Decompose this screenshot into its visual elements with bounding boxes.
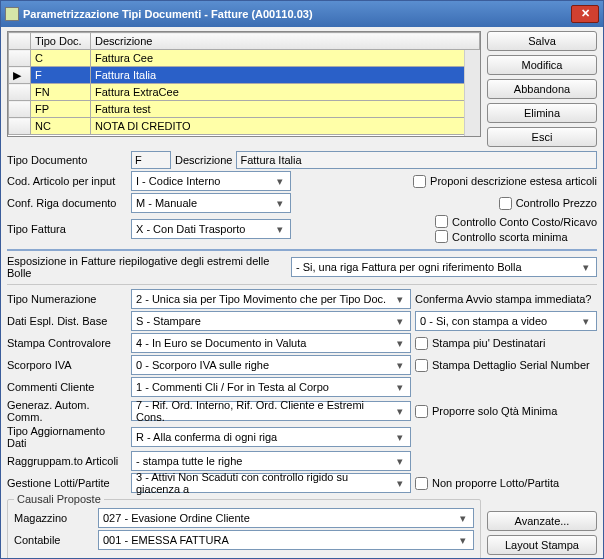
- cod-articolo-label: Cod. Articolo per input: [7, 175, 127, 187]
- raggr-combo[interactable]: - stampa tutte le righe▾: [131, 451, 411, 471]
- chevron-down-icon: ▾: [393, 477, 408, 490]
- stampa-dest-checkbox[interactable]: Stampa piu' Destinatari: [415, 337, 545, 350]
- tipo-numerazione-label: Tipo Numerazione: [7, 293, 127, 305]
- table-row[interactable]: FPFattura test: [9, 101, 480, 118]
- causali-group: Causali Proposte Magazzino 027 - Evasion…: [7, 499, 481, 558]
- stampa-cv-label: Stampa Controvalore: [7, 337, 127, 349]
- scorporo-combo[interactable]: 0 - Scorporo IVA sulle righe▾: [131, 355, 411, 375]
- esposizione-combo[interactable]: - Si, una riga Fattura per ogni riferime…: [291, 257, 597, 277]
- non-proporre-lotto-checkbox[interactable]: Non proporre Lotto/Partita: [415, 477, 559, 490]
- conf-riga-combo[interactable]: M - Manuale▾: [131, 193, 291, 213]
- tipo-documento-desc: Fattura Italia: [236, 151, 597, 169]
- cod-articolo-combo[interactable]: I - Codice Interno▾: [131, 171, 291, 191]
- chevron-down-icon: ▾: [455, 512, 471, 525]
- commenti-cliente-combo[interactable]: 1 - Commenti Cli / For in Testa al Corpo…: [131, 377, 411, 397]
- tipo-numerazione-combo[interactable]: 2 - Unica sia per Tipo Movimento che per…: [131, 289, 411, 309]
- exit-button[interactable]: Esci: [487, 127, 597, 147]
- chevron-down-icon: ▾: [392, 315, 408, 328]
- chevron-down-icon: ▾: [392, 405, 408, 418]
- chevron-down-icon: ▾: [272, 223, 288, 236]
- window-title: Parametrizzazione Tipi Documenti - Fattu…: [23, 8, 571, 20]
- edit-button[interactable]: Modifica: [487, 55, 597, 75]
- titlebar: Parametrizzazione Tipi Documenti - Fattu…: [1, 1, 603, 27]
- descrizione-label: Descrizione: [175, 154, 232, 166]
- stampa-cv-combo[interactable]: 4 - In Euro se Documento in Valuta▾: [131, 333, 411, 353]
- magazzino-combo[interactable]: 027 - Evasione Ordine Cliente▾: [98, 508, 474, 528]
- chevron-down-icon: ▾: [392, 455, 408, 468]
- grid-corner: [9, 33, 31, 50]
- raggr-label: Raggruppam.to Articoli: [7, 455, 127, 467]
- chevron-down-icon: ▾: [392, 381, 408, 394]
- chevron-down-icon: ▾: [392, 431, 408, 444]
- window: Parametrizzazione Tipi Documenti - Fattu…: [0, 0, 604, 559]
- grid-header-code[interactable]: Tipo Doc.: [31, 33, 91, 50]
- proporre-qta-checkbox[interactable]: Proporre solo Qtà Minima: [415, 405, 557, 418]
- esposizione-label: Esposizione in Fatture riepilogative deg…: [7, 255, 287, 279]
- avanzate-button[interactable]: Avanzate...: [487, 511, 597, 531]
- proponi-desc-checkbox[interactable]: Proponi descrizione estesa articoli: [413, 175, 597, 188]
- chevron-down-icon: ▾: [392, 359, 408, 372]
- tipo-fattura-combo[interactable]: X - Con Dati Trasporto▾: [131, 219, 291, 239]
- grid-scrollbar[interactable]: [464, 50, 480, 136]
- abandon-button[interactable]: Abbandona: [487, 79, 597, 99]
- save-button[interactable]: Salva: [487, 31, 597, 51]
- tipo-documento-code: F: [131, 151, 171, 169]
- chevron-down-icon: ▾: [272, 175, 288, 188]
- controllo-scorta-checkbox[interactable]: Controllo scorta minima: [435, 230, 597, 243]
- contabile-combo[interactable]: 001 - EMESSA FATTURA▾: [98, 530, 474, 550]
- dati-espl-combo[interactable]: S - Stampare▾: [131, 311, 411, 331]
- chevron-down-icon: ▾: [392, 293, 408, 306]
- lotti-combo[interactable]: 3 - Attivi Non Scaduti con controllo rig…: [131, 473, 411, 493]
- controllo-prezzo-checkbox[interactable]: Controllo Prezzo: [499, 197, 597, 210]
- controllo-costo-checkbox[interactable]: Controllo Conto Costo/Ricavo: [435, 215, 597, 228]
- gen-comm-label: Generaz. Autom. Comm.: [7, 399, 127, 423]
- table-row[interactable]: CFattura Cee: [9, 50, 480, 67]
- gen-comm-combo[interactable]: 7 - Rif. Ord. Interno, Rif. Ord. Cliente…: [131, 401, 411, 421]
- chevron-down-icon: ▾: [392, 337, 408, 350]
- conferma-label: Conferma Avvio stampa immediata?: [415, 293, 592, 305]
- table-row[interactable]: ▶FFattura Italia: [9, 67, 480, 84]
- chevron-down-icon: ▾: [272, 197, 288, 210]
- chevron-down-icon: ▾: [578, 315, 594, 328]
- close-button[interactable]: ✕: [571, 5, 599, 23]
- lotti-label: Gestione Lotti/Partite: [7, 477, 127, 489]
- row-indicator-icon: ▶: [9, 67, 31, 84]
- magazzino-label: Magazzino: [14, 512, 94, 524]
- tipo-documento-label: Tipo Documento: [7, 154, 127, 166]
- contabile-label: Contabile: [14, 534, 94, 546]
- tipo-fattura-label: Tipo Fattura: [7, 223, 127, 235]
- scorporo-label: Scorporo IVA: [7, 359, 127, 371]
- commenti-cliente-label: Commenti Cliente: [7, 381, 127, 393]
- table-row[interactable]: NCNOTA DI CREDITO: [9, 118, 480, 135]
- dati-espl-label: Dati Espl. Dist. Base: [7, 315, 127, 327]
- delete-button[interactable]: Elimina: [487, 103, 597, 123]
- chevron-down-icon: ▾: [578, 261, 594, 274]
- chevron-down-icon: ▾: [455, 534, 471, 547]
- document-types-grid[interactable]: Tipo Doc. Descrizione CFattura Cee ▶FFat…: [7, 31, 481, 137]
- stampa-serial-checkbox[interactable]: Stampa Dettaglio Serial Number: [415, 359, 590, 372]
- table-row[interactable]: FNFattura ExtraCee: [9, 84, 480, 101]
- causali-title: Causali Proposte: [14, 493, 104, 505]
- conferma-combo[interactable]: 0 - Si, con stampa a video▾: [415, 311, 597, 331]
- app-icon: [5, 7, 19, 21]
- layout-stampa-button[interactable]: Layout Stampa: [487, 535, 597, 555]
- grid-header-desc[interactable]: Descrizione: [91, 33, 480, 50]
- tipo-agg-combo[interactable]: R - Alla conferma di ogni riga▾: [131, 427, 411, 447]
- tipo-agg-label: Tipo Aggiornamento Dati: [7, 425, 127, 449]
- conf-riga-label: Conf. Riga documento: [7, 197, 127, 209]
